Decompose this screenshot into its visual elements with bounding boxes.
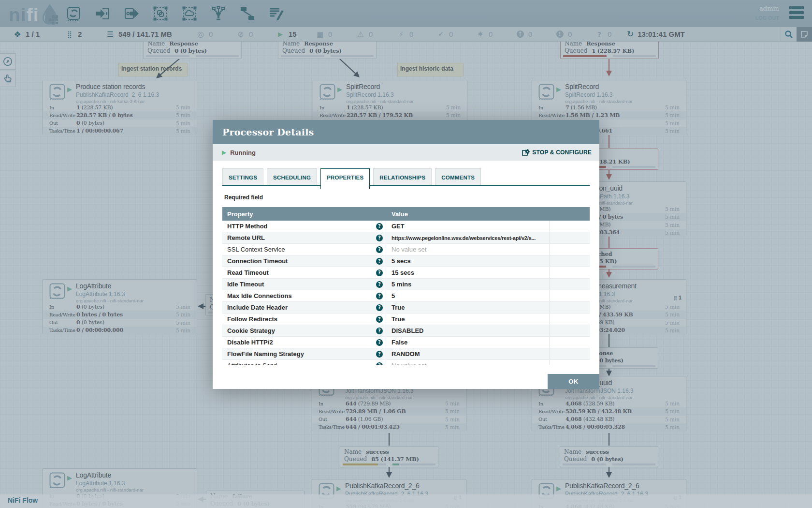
ok-button[interactable]: OK [548,374,599,389]
help-icon[interactable]: ? [376,293,383,299]
property-name: Max Idle Connections [227,292,292,299]
property-name: Cookie Strategy [227,327,275,334]
property-value[interactable]: 15 secs [386,267,550,278]
property-value[interactable]: GET [386,221,550,232]
dialog-status-bar: ▶ Running STOP & CONFIGURE [213,144,599,161]
help-icon[interactable]: ? [376,281,383,288]
property-name: Follow Redirects [227,315,277,323]
dialog-tab[interactable]: SETTINGS [222,168,263,186]
property-row[interactable]: Attributes to Send ? No value set [222,360,590,365]
properties-table-body: HTTP Method ? GET Remote URL ? https://w… [222,221,590,365]
required-field-note: Required field [224,194,599,201]
property-row[interactable]: Cookie Strategy ? DISABLED [222,325,590,337]
property-row[interactable]: Include Date Header ? True [222,302,590,314]
help-icon[interactable]: ? [376,339,383,346]
property-row[interactable]: Follow Redirects ? True [222,314,590,325]
property-name: Read Timeout [227,269,269,276]
property-row[interactable]: Connection Timeout ? 5 secs [222,255,590,267]
help-icon[interactable]: ? [376,246,383,253]
run-status-text: Running [230,149,256,156]
property-name: Connection Timeout [227,257,288,265]
property-name: Idle Timeout [227,281,264,288]
help-icon[interactable]: ? [376,328,383,334]
property-value[interactable]: No value set [386,244,550,255]
help-icon[interactable]: ? [376,316,383,323]
property-value[interactable]: 5 [386,290,550,301]
processor-details-dialog: Processor Details ▶ Running STOP & CONFI… [213,120,599,389]
property-row[interactable]: Disable HTTP/2 ? False [222,337,590,348]
property-value[interactable]: True [386,314,550,325]
dialog-tabs: SETTINGS SCHEDULING PROPERTIES RELATIONS… [222,168,590,186]
property-name: SSL Context Service [227,246,285,253]
property-name: Remote URL [227,234,265,241]
stop-and-configure-button[interactable]: STOP & CONFIGURE [522,149,592,156]
stop-configure-icon [522,149,530,156]
property-name: HTTP Method [227,223,268,230]
property-value[interactable]: 5 secs [386,255,550,267]
help-icon[interactable]: ? [376,304,383,311]
property-row[interactable]: HTTP Method ? GET [222,221,590,232]
property-row[interactable]: FlowFile Naming Strategy ? RANDOM [222,348,590,360]
properties-table: Property Value HTTP Method ? GET Remote … [222,207,590,365]
property-row[interactable]: Remote URL ? https://www.pegelonline.wsv… [222,232,590,244]
running-icon: ▶ [222,149,226,156]
properties-table-header: Property Value [222,207,590,221]
dialog-tab[interactable]: RELATIONSHIPS [373,168,432,186]
property-row[interactable]: SSL Context Service ? No value set [222,244,590,255]
property-row[interactable]: Max Idle Connections ? 5 [222,290,590,302]
property-value[interactable]: False [386,337,550,348]
breadcrumb-bar: NiFi Flow [0,494,812,508]
property-row[interactable]: Read Timeout ? 15 secs [222,267,590,279]
property-name: Attributes to Send [227,362,277,365]
property-value[interactable]: No value set [386,360,550,365]
property-value[interactable]: https://www.pegelonline.wsv.de/webservic… [386,232,550,243]
property-row[interactable]: Idle Timeout ? 5 mins [222,279,590,290]
help-icon[interactable]: ? [376,351,383,358]
breadcrumb[interactable]: NiFi Flow [8,496,38,504]
property-name: Disable HTTP/2 [227,339,273,346]
property-value[interactable]: True [386,302,550,313]
help-icon[interactable]: ? [376,223,383,230]
property-value[interactable]: DISABLED [386,325,550,336]
property-name: Include Date Header [227,304,288,311]
dialog-tab[interactable]: SCHEDULING [267,168,317,186]
property-value[interactable]: RANDOM [386,348,550,359]
help-icon[interactable]: ? [376,235,383,241]
dialog-tab[interactable]: PROPERTIES [320,168,370,189]
help-icon[interactable]: ? [376,269,383,276]
property-value[interactable]: 5 mins [386,279,550,290]
dialog-tab[interactable]: COMMENTS [435,168,481,186]
property-name: FlowFile Naming Strategy [227,350,304,358]
help-icon[interactable]: ? [376,362,383,365]
help-icon[interactable]: ? [376,258,383,265]
dialog-title: Processor Details [213,120,599,144]
